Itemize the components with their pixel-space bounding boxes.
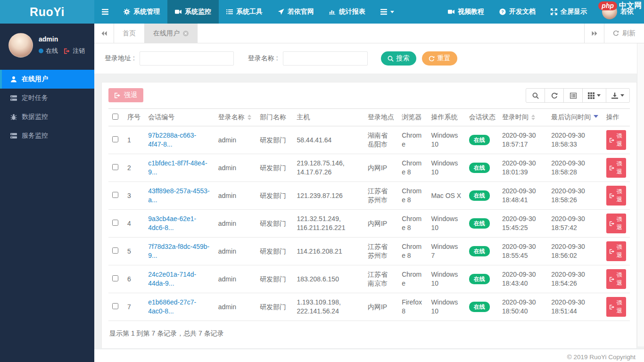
refresh-button[interactable] [545,88,564,103]
status-badge: 在线 [469,274,490,284]
signout-icon [610,221,615,226]
signout-icon [610,249,615,254]
row-checkbox[interactable] [112,303,118,309]
force-logout-button[interactable]: 强退 [606,241,626,261]
grid-icon [588,92,594,99]
force-logout-batch-button[interactable]: 强退 [108,88,143,102]
sidebar-item-scheduled-tasks[interactable]: 定时任务 [0,89,94,107]
session-id-link[interactable]: 24c2e01a-714d-44da-9... [148,271,196,287]
sidebar-item-service-monitor[interactable]: 服务监控 [0,126,94,145]
cell-host: 219.128.75.146, 14.17.67.26 [293,154,364,182]
search-toggle-button[interactable] [526,88,545,103]
cell-index: 6 [124,265,144,293]
nav-item-dev-docs[interactable]: ?开发文档 [492,0,543,24]
row-checkbox[interactable] [112,136,118,142]
column-header-10[interactable]: 最后访问时间 [547,109,602,126]
online-users-panel: 强退 序号会话编号登录名称部门名称主机登录地点浏览器操作系统会话状态登录时间最后… [101,82,637,349]
cell-index: 5 [124,238,144,265]
columns-button[interactable] [582,88,606,103]
tab-label: 首页 [123,29,136,38]
sort-icon [248,113,251,122]
force-logout-button[interactable]: 强退 [606,269,626,289]
close-icon[interactable] [183,31,189,36]
row-checkbox[interactable] [112,192,118,198]
scrollbar[interactable] [637,43,644,346]
session-id-link[interactable]: 97b2288a-c663-4f47-8... [148,132,196,148]
force-logout-button[interactable]: 强退 [606,186,626,206]
session-id-link[interactable]: 7f78d32a-f8dc-459b-9... [148,243,209,259]
cell-location: 湖南省 岳阳市 [364,126,398,154]
chart-icon [329,8,336,15]
signout-icon [610,165,615,171]
refresh-tab-button[interactable]: 刷新 [604,24,644,43]
online-status-label: 在线 [46,47,58,55]
session-id-link[interactable]: 43ff89e8-257a-4553-a... [148,187,210,204]
navbar-menu: 系统管理 系统监控 系统工具 若依官网 统计报表 视频教程 ?开发文档 全屏显示… [94,0,644,24]
login-address-label: 登录地址 : [105,54,135,63]
sidebar-item-label: 服务监控 [22,132,48,140]
user-avatar[interactable] [8,33,33,58]
search-button[interactable]: 搜索 [381,51,416,66]
session-id-link[interactable]: e1b686ed-27c7-4ac0-8... [148,298,196,315]
column-header-2[interactable]: 登录名称 [215,109,256,126]
cell-os: Windows 10 [427,293,465,321]
tab-online-users[interactable]: 在线用户 [145,24,198,43]
column-header-7: 操作系统 [427,109,465,126]
cell-last-access: 2020-09-30 18:57:42 [547,210,602,238]
watermark-text: 中文网 [619,1,642,11]
tabs-scroll-right-button[interactable] [584,24,604,43]
sidebar-item-online-users[interactable]: 在线用户 [0,70,94,89]
row-checkbox[interactable] [112,247,118,254]
nav-item-official-site[interactable]: 若依官网 [270,0,322,24]
force-logout-button[interactable]: 强退 [606,158,626,178]
cell-location: 内网IP [364,154,398,182]
force-logout-button[interactable]: 强退 [606,214,626,233]
cell-login-time: 2020-09-30 18:50:40 [498,293,547,321]
force-logout-button[interactable]: 强退 [606,130,626,150]
cell-login-name: admin [215,293,256,321]
login-address-input[interactable] [140,51,234,66]
select-all-checkbox[interactable] [112,114,118,120]
tab-home[interactable]: 首页 [114,24,145,43]
app-logo[interactable]: RuoYi [0,0,94,24]
content-area: 首页 在线用户 刷新 登录地址 : 登录名称 : 搜索 重置 强退 [94,24,644,362]
bars-icon [380,8,387,15]
column-header-9[interactable]: 登录时间 [498,109,547,126]
signout-icon [610,277,615,282]
logout-link[interactable]: 注销 [73,47,85,55]
force-logout-button[interactable]: 强退 [606,297,626,317]
cell-index: 4 [124,210,144,238]
row-checkbox[interactable] [112,220,118,226]
cell-login-time: 2020-09-30 18:01:39 [498,154,547,182]
row-checkbox[interactable] [112,164,118,170]
export-button[interactable] [606,88,630,103]
nav-item-system-tools[interactable]: 系统工具 [219,0,270,24]
sidebar-item-label: 数据监控 [22,113,48,121]
reset-button[interactable]: 重置 [422,51,457,66]
cell-login-name: admin [215,126,256,154]
sidebar-item-data-monitor[interactable]: 数据监控 [0,107,94,126]
svg-text:?: ? [501,9,504,14]
login-name-input[interactable] [283,51,368,66]
tab-label: 在线用户 [153,29,180,38]
user-panel: admin 在线 注销 [0,24,94,68]
nav-item-system-manage[interactable]: 系统管理 [116,0,167,24]
nav-item-system-monitor[interactable]: 系统监控 [167,0,219,24]
detail-view-button[interactable] [563,88,583,103]
nav-item-fullscreen[interactable]: 全屏显示 [543,0,594,24]
tab-bar: 首页 在线用户 刷新 [94,24,644,43]
sidebar-toggle-button[interactable] [94,0,116,24]
column-header-0: 序号 [124,109,144,126]
nav-more-dropdown[interactable] [373,0,402,24]
nav-item-statistics[interactable]: 统计报表 [322,0,373,24]
cell-location: 江苏省 苏州市 [364,238,398,265]
row-checkbox[interactable] [112,275,118,281]
session-id-link[interactable]: 9a3cb4ae-62e1-4dc6-8... [148,215,196,231]
tabs-scroll-left-button[interactable] [94,24,114,43]
status-badge: 在线 [469,163,490,173]
logout-icon [64,48,70,54]
nav-item-label: 视频教程 [458,8,484,16]
nav-item-video-tutorial[interactable]: 视频教程 [440,0,492,24]
force-logout-label: 强退 [124,91,137,99]
session-id-link[interactable]: c1bfdec1-8f7f-48e4-9... [148,159,207,176]
